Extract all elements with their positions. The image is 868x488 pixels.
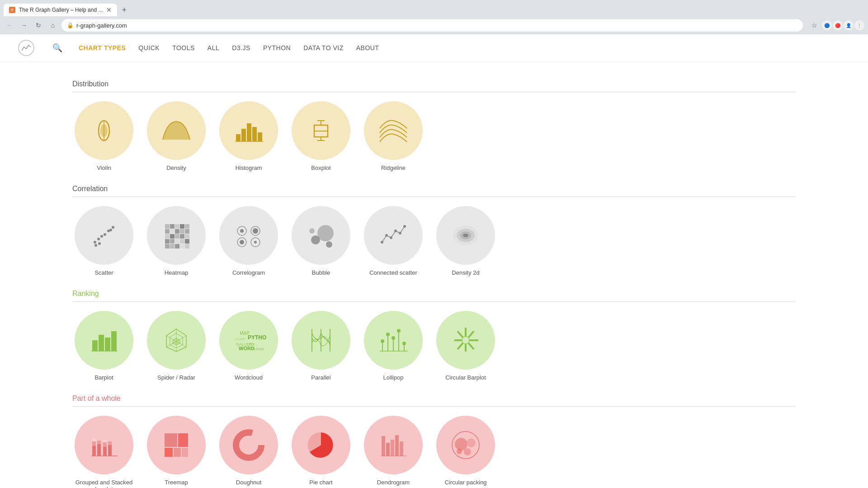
nav-link-quick[interactable]: QUICK <box>138 44 160 52</box>
forward-button[interactable]: → <box>18 19 30 31</box>
nav-link-d3js[interactable]: D3.JS <box>232 44 250 52</box>
chart-item-density-2d[interactable]: Density 2d <box>434 206 497 276</box>
nav-link-all[interactable]: ALL <box>208 44 219 52</box>
chart-label-circular-barplot: Circular Barplot <box>445 374 486 381</box>
chart-circle-density-2d <box>436 206 495 265</box>
svg-rect-112 <box>92 446 96 456</box>
svg-point-18 <box>104 233 106 236</box>
svg-point-103 <box>462 337 469 344</box>
svg-point-63 <box>390 236 392 239</box>
chart-item-treemap[interactable]: Treemap <box>145 416 208 488</box>
part-of-whole-chart-grid: Grouped and Stacked barplot Treemap <box>72 416 796 488</box>
svg-point-61 <box>381 241 383 244</box>
nav-link-data-to-viz[interactable]: DATA TO VIZ <box>303 44 343 52</box>
svg-rect-74 <box>111 331 117 351</box>
nav-link-python[interactable]: PYTHON <box>263 44 291 52</box>
chart-item-ridgeline[interactable]: Ridgeline <box>362 101 425 171</box>
svg-rect-114 <box>92 438 96 441</box>
address-bar[interactable]: 🔒 r-graph-gallery.com <box>61 19 803 32</box>
chart-item-barplot[interactable]: Barplot <box>72 311 136 381</box>
svg-rect-113 <box>92 441 96 446</box>
chart-item-histogram[interactable]: Histogram <box>217 101 280 171</box>
svg-rect-27 <box>180 224 184 229</box>
ext-icon-2[interactable]: 🔴 <box>833 20 843 30</box>
ranking-section-header: Ranking <box>72 290 796 302</box>
distribution-title: Distribution <box>72 80 108 88</box>
chart-label-spider-radar: Spider / Radar <box>157 374 195 381</box>
correlation-title: Correlation <box>72 185 108 192</box>
browser-actions: ☆ 🔵 🔴 👤 ⋮ <box>808 19 864 31</box>
chart-item-pie-chart[interactable]: Pie chart <box>289 416 353 488</box>
chart-label-pie-chart: Pie chart <box>309 479 332 486</box>
svg-rect-123 <box>165 433 177 447</box>
chart-item-circular-packing[interactable]: Circular packing <box>434 416 497 488</box>
site-logo[interactable] <box>18 40 34 56</box>
chart-circle-scatter <box>75 206 133 265</box>
chart-item-violin[interactable]: Violin <box>72 101 136 171</box>
svg-rect-42 <box>185 234 189 239</box>
ext-icon-3[interactable]: 👤 <box>844 20 854 30</box>
svg-rect-126 <box>174 448 181 457</box>
refresh-button[interactable]: ↻ <box>33 19 44 31</box>
chart-item-dendrogram[interactable]: Dendrogram <box>362 416 425 488</box>
chart-item-lollipop[interactable]: Lollipop <box>362 311 425 381</box>
svg-point-95 <box>386 333 390 336</box>
back-button[interactable]: ← <box>4 19 15 31</box>
svg-text:CLOUD: CLOUD <box>251 347 264 351</box>
chart-item-boxplot[interactable]: Boxplot <box>289 101 353 171</box>
svg-rect-28 <box>165 229 170 234</box>
svg-point-21 <box>109 229 112 231</box>
home-button[interactable]: ⌂ <box>47 19 59 31</box>
chart-label-boxplot: Boxplot <box>311 164 330 171</box>
chart-item-grouped-stacked-barplot[interactable]: Grouped and Stacked barplot <box>72 416 136 488</box>
site-nav: 🔍 CHART TYPES QUICK TOOLS ALL D3.JS PYTH… <box>0 34 868 62</box>
chart-label-connected-scatter: Connected scatter <box>369 269 417 276</box>
active-tab[interactable]: R The R Graph Gallery – Help and ... ✕ <box>4 4 117 16</box>
chart-item-scatter[interactable]: Scatter <box>72 206 136 276</box>
bookmark-button[interactable]: ☆ <box>808 19 820 31</box>
part-of-whole-section-header: Part of a whole <box>72 394 796 407</box>
svg-rect-120 <box>108 445 112 456</box>
chart-circle-wordcloud: MAP CHART PYTHON GALLERY CO... WORD CLOU… <box>219 311 278 370</box>
tab-close-button[interactable]: ✕ <box>106 6 112 14</box>
chart-item-bubble[interactable]: Bubble <box>289 206 353 276</box>
svg-rect-29 <box>170 229 175 234</box>
chart-label-correlogram: Correlogram <box>232 269 265 276</box>
tab-bar: R The R Graph Gallery – Help and ... ✕ + <box>0 0 868 16</box>
new-tab-button[interactable]: + <box>119 5 129 15</box>
svg-rect-117 <box>103 447 107 456</box>
chart-item-circular-barplot[interactable]: Circular Barplot <box>434 311 497 381</box>
chart-item-spider-radar[interactable]: Spider / Radar <box>145 311 208 381</box>
chart-circle-grouped-stacked-barplot <box>75 416 133 474</box>
chart-circle-lollipop <box>364 311 423 370</box>
nav-link-tools[interactable]: TOOLS <box>172 44 195 52</box>
svg-point-70 <box>463 234 468 237</box>
nav-link-about[interactable]: ABOUT <box>356 44 379 52</box>
chart-label-ridgeline: Ridgeline <box>381 164 406 171</box>
svg-point-137 <box>455 438 467 450</box>
chart-item-density[interactable]: Density <box>145 101 208 171</box>
chart-item-heatmap[interactable]: Heatmap <box>145 206 208 276</box>
svg-point-99 <box>397 329 401 333</box>
chart-item-parallel[interactable]: Parallel <box>289 311 353 381</box>
chart-item-doughnut[interactable]: Doughnut <box>217 416 280 488</box>
chart-circle-violin <box>75 101 133 160</box>
chart-label-dendrogram: Dendrogram <box>377 479 410 486</box>
ext-icon-4[interactable]: ⋮ <box>854 20 864 30</box>
svg-rect-35 <box>180 234 184 239</box>
ext-icon-1[interactable]: 🔵 <box>822 20 832 30</box>
svg-rect-44 <box>165 244 170 249</box>
nav-link-chart-types[interactable]: CHART TYPES <box>79 44 126 52</box>
nav-search-icon[interactable]: 🔍 <box>52 43 62 53</box>
svg-rect-30 <box>175 229 179 234</box>
svg-rect-37 <box>170 239 175 244</box>
svg-point-55 <box>240 240 244 244</box>
chart-item-correlogram[interactable]: Correlogram <box>217 206 280 276</box>
chart-label-grouped-stacked-barplot: Grouped and Stacked barplot <box>72 479 136 488</box>
chart-item-connected-scatter[interactable]: Connected scatter <box>362 206 425 276</box>
chart-item-wordcloud[interactable]: MAP CHART PYTHON GALLERY CO... WORD CLOU… <box>217 311 280 381</box>
svg-point-64 <box>394 230 397 232</box>
tab-favicon: R <box>9 7 15 13</box>
chart-label-density: Density <box>166 164 186 171</box>
svg-rect-26 <box>175 224 179 229</box>
